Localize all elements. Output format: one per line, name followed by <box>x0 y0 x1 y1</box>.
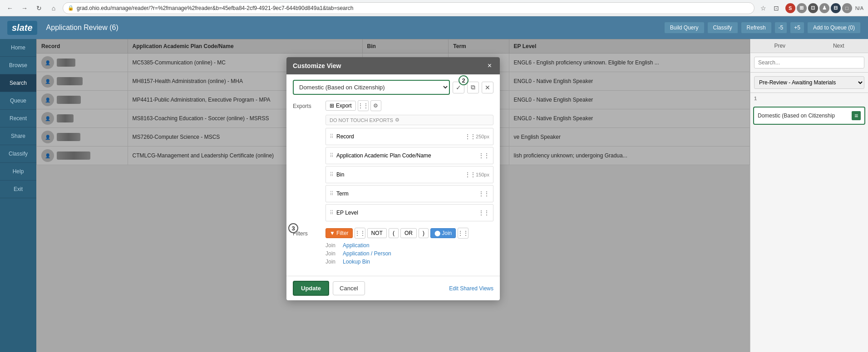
ext-icon-red: S <box>785 3 795 13</box>
content-area: Record Application Academic Plan Code/Na… <box>36 39 750 352</box>
ext-icon-gray2: ⊡ <box>808 3 818 13</box>
lock-icon: 🔒 <box>68 5 74 11</box>
sidebar-item-help[interactable]: Help <box>0 163 36 181</box>
sidebar-item-share[interactable]: Share <box>0 127 36 145</box>
grid-icon-button[interactable]: ⋮⋮ <box>358 100 369 111</box>
copy-button[interactable]: ⧉ <box>467 82 479 93</box>
filter-button[interactable]: ▼ Filter <box>326 228 353 238</box>
sidebar-item-search[interactable]: Search <box>0 74 36 92</box>
filters-section: 3 Filters ▼ Filter ⋮⋮ NOT ( <box>293 228 493 267</box>
customize-view-modal: Customize View × 2 Domestic (Based on Ci… <box>286 57 500 300</box>
column-row-record[interactable]: ⠿ Record ⋮⋮ 250px <box>326 128 493 145</box>
column-row-ep[interactable]: ⠿ EP Level ⋮⋮ <box>326 204 493 221</box>
back-button[interactable]: ← <box>5 3 15 14</box>
reorder-term-button[interactable]: ⋮⋮ <box>478 188 489 199</box>
minus5-button[interactable]: -5 <box>774 22 788 34</box>
sidebar-item-recent[interactable]: Recent <box>0 110 36 127</box>
filter-menu-button[interactable]: ≡ <box>852 111 861 120</box>
join-application-person-link[interactable]: Application / Person <box>343 250 391 257</box>
join-button[interactable]: ⬤ Join <box>430 228 456 238</box>
right-panel-filter-select-area: Pre-Review - Awaiting Materials <box>750 73 868 93</box>
bookmark-star-button[interactable]: ☆ <box>758 3 769 14</box>
user-info: N/A <box>855 5 863 11</box>
join-grid-button[interactable]: ⋮⋮ <box>458 228 469 239</box>
ext-icon-gray4: □ <box>842 3 852 13</box>
sidebar-item-home[interactable]: Home <box>0 39 36 57</box>
prev-button[interactable]: Prev <box>750 39 809 53</box>
reorder-ep-button[interactable]: ⋮⋮ <box>478 207 489 218</box>
column-row-term[interactable]: ⠿ Term ⋮⋮ <box>326 185 493 202</box>
classify-button[interactable]: Classify <box>707 22 738 34</box>
exports-label: Exports <box>293 100 320 109</box>
right-panel-active-filter[interactable]: Domestic (Based on Citizenship ≡ <box>753 107 865 125</box>
exports-toolbar: ⊞ Export ⋮⋮ ⚙ <box>326 100 493 111</box>
app-container: slate Application Review (6) Build Query… <box>0 16 868 352</box>
drag-handle-bin: ⠿ <box>330 171 334 178</box>
drag-handle-record: ⠿ <box>330 133 334 140</box>
step2-badge: 2 <box>459 75 469 85</box>
plus5-button[interactable]: +5 <box>790 22 804 34</box>
sidebar-item-classify[interactable]: Classify <box>0 145 36 163</box>
drag-handle-term: ⠿ <box>330 191 334 197</box>
exports-section: Exports ⊞ Export ⋮⋮ ⚙ <box>293 100 493 223</box>
browser-action-area: ☆ ⊡ <box>758 3 782 14</box>
header-actions: Build Query Classify Refresh -5 +5 Add t… <box>664 22 861 34</box>
next-button[interactable]: Next <box>809 39 868 53</box>
settings-icon-button[interactable]: ⚙ <box>370 100 381 111</box>
cancel-button[interactable]: Cancel <box>333 281 365 295</box>
column-row-bin[interactable]: ⠿ Bin ⋮⋮ 150px <box>326 166 493 183</box>
join-row-application-person: Join Application / Person <box>326 250 493 257</box>
home-button[interactable]: ⌂ <box>48 3 59 14</box>
sidebar-item-exit[interactable]: Exit <box>0 181 36 198</box>
refresh-button[interactable]: Refresh <box>741 22 772 34</box>
or-button[interactable]: OR <box>400 228 417 238</box>
export-button[interactable]: ⊞ Export <box>326 101 356 111</box>
reorder-bin-button[interactable]: ⋮⋮ <box>465 169 476 180</box>
modal-title: Customize View <box>293 62 341 69</box>
table-icon: ⊞ <box>330 103 334 109</box>
step3-badge: 3 <box>288 223 298 233</box>
not-button[interactable]: NOT <box>367 228 387 238</box>
add-to-queue-button[interactable]: Add to Queue (0) <box>807 22 861 34</box>
page-title: Application Review (6) <box>46 24 664 32</box>
ext-icon-dark: ⊟ <box>831 3 841 13</box>
join-application-link[interactable]: Application <box>343 242 370 249</box>
view-dropdown[interactable]: Domestic (Based on Citizenship) Internat… <box>293 80 450 95</box>
sidebar-item-queue[interactable]: Queue <box>0 92 36 110</box>
app-header: slate Application Review (6) Build Query… <box>0 16 868 39</box>
modal-close-button[interactable]: × <box>486 62 493 70</box>
reorder-record-button[interactable]: ⋮⋮ <box>465 131 476 142</box>
reload-button[interactable]: ↻ <box>34 3 44 14</box>
filters-toolbar: ▼ Filter ⋮⋮ NOT ( OR ) ⬤ Join ⋮⋮ <box>326 228 493 239</box>
close-paren-button[interactable]: ) <box>419 228 429 238</box>
cast-button[interactable]: ⊡ <box>771 3 782 14</box>
exports-content: ⊞ Export ⋮⋮ ⚙ DO NOT TOUCH EXPORTS ⚙ <box>326 100 493 223</box>
forward-button[interactable]: → <box>19 3 30 14</box>
funnel-icon: ▼ <box>330 230 335 236</box>
sidebar-item-browse[interactable]: Browse <box>0 57 36 74</box>
pre-review-select[interactable]: Pre-Review - Awaiting Materials <box>754 76 864 89</box>
slate-logo: slate <box>7 21 37 35</box>
delete-view-button[interactable]: ✕ <box>482 82 493 93</box>
filters-content: ▼ Filter ⋮⋮ NOT ( OR ) ⬤ Join ⋮⋮ <box>326 228 493 267</box>
sidebar: Home Browse Search Queue Recent Share Cl… <box>0 39 36 352</box>
edit-shared-views-link[interactable]: Edit Shared Views <box>449 285 493 292</box>
main-layout: Home Browse Search Queue Recent Share Cl… <box>0 39 868 352</box>
right-panel: Prev Next Pre-Review - Awaiting Material… <box>750 39 868 352</box>
join-lookup-bin-link[interactable]: Lookup Bin <box>343 259 370 265</box>
right-panel-nav: Prev Next <box>750 39 868 53</box>
build-query-button[interactable]: Build Query <box>664 22 705 34</box>
address-bar[interactable]: 🔒 grad.ohio.edu/manage/reader/?r=%2fmana… <box>63 2 755 14</box>
update-button[interactable]: Update <box>293 281 329 296</box>
column-row-plan[interactable]: ⠿ Application Academic Plan Code/Name ⋮⋮ <box>326 147 493 164</box>
open-paren-button[interactable]: ( <box>389 228 399 238</box>
reorder-plan-button[interactable]: ⋮⋮ <box>478 150 489 161</box>
modal-body: 2 Domestic (Based on Citizenship) Intern… <box>286 74 500 276</box>
filter-number-badge: 1 <box>754 96 757 101</box>
view-selector-row: 2 Domestic (Based on Citizenship) Intern… <box>293 80 493 95</box>
do-not-touch-label: DO NOT TOUCH EXPORTS ⚙ <box>326 115 493 125</box>
right-panel-search-input[interactable] <box>754 57 864 68</box>
join-row-lookup-bin: Join Lookup Bin <box>326 259 493 265</box>
modal-footer: Update Cancel Edit Shared Views <box>286 276 500 300</box>
filter-grid-button[interactable]: ⋮⋮ <box>355 228 365 239</box>
